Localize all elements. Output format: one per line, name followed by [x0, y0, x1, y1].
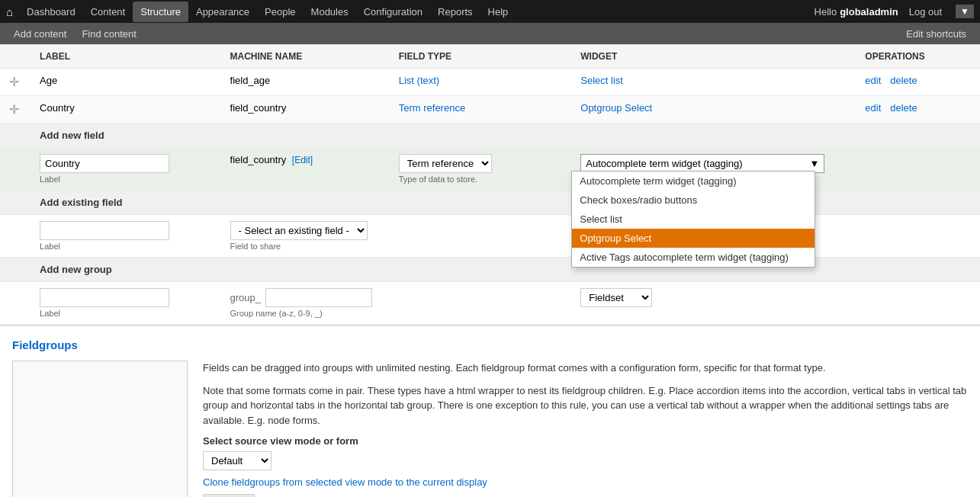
edit-shortcuts-link[interactable]: Edit shortcuts	[898, 25, 974, 43]
machine-name-edit-link[interactable]: [Edit]	[292, 155, 313, 165]
col-header-widget: WIDGET	[571, 45, 856, 69]
group-widget-select[interactable]: Fieldset	[580, 288, 652, 307]
machine-name-country: field_country	[221, 96, 390, 123]
new-field-widget-cell: Autocomplete term widget (tagging) ▼ Aut…	[571, 148, 856, 191]
new-group-label-hint: Label	[40, 309, 211, 318]
nav-structure[interactable]: Structure	[133, 2, 188, 22]
dd-item-optgroup[interactable]: Optgroup Select	[572, 229, 815, 248]
drag-handle-age[interactable]: ✛	[9, 75, 19, 88]
label-age: Age	[31, 69, 220, 96]
add-new-group-header: Add new group	[0, 258, 980, 282]
fieldgroups-container: Fields can be dragged into groups with u…	[12, 361, 968, 497]
group-name-input[interactable]	[265, 288, 372, 307]
machine-name-age: field_age	[221, 69, 390, 96]
delete-age-link[interactable]: delete	[890, 75, 917, 86]
hello-text: Hello	[815, 6, 837, 18]
source-view-label: Select source view mode or form	[203, 435, 968, 447]
widget-link-country[interactable]: Optgroup Select	[580, 102, 652, 114]
fieldgroups-section: Fieldgroups Fields can be dragged into g…	[0, 325, 980, 497]
col-header-label: LABEL	[31, 45, 220, 69]
field-type-link-country[interactable]: Term reference	[399, 102, 465, 114]
dd-item-select-list[interactable]: Select list	[572, 210, 815, 229]
source-view-select[interactable]: Default	[203, 451, 272, 470]
fieldgroups-left-panel	[12, 361, 188, 497]
nav-reports[interactable]: Reports	[430, 2, 480, 22]
nav-help[interactable]: Help	[480, 2, 516, 22]
nav-modules[interactable]: Modules	[304, 2, 356, 22]
field-type-link-age[interactable]: List (text)	[399, 75, 439, 86]
add-new-field-inputs: Country Label field_country [Edit] Term …	[0, 148, 980, 191]
edit-country-link[interactable]: edit	[865, 102, 881, 114]
add-existing-field-inputs: Label - Select an existing field - Field…	[0, 215, 980, 258]
delete-country-link[interactable]: delete	[890, 102, 917, 114]
dd-item-checkboxes[interactable]: Check boxes/radio buttons	[572, 191, 815, 210]
clone-fieldgroups-link[interactable]: Clone fieldgroups from selected view mod…	[203, 476, 487, 488]
add-new-group-title: Add new group	[40, 264, 112, 275]
fieldgroups-right-panel: Fields can be dragged into groups with u…	[203, 361, 968, 497]
col-header-drag	[0, 45, 31, 69]
ops-country: edit delete	[865, 102, 971, 114]
nav-people[interactable]: People	[257, 2, 303, 22]
edit-age-link[interactable]: edit	[865, 75, 881, 86]
group-name-hint: Group name (a-z, 0-9, _)	[230, 309, 381, 318]
existing-field-label-input[interactable]	[40, 221, 169, 240]
widget-selected-value: Autocomplete term widget (tagging)	[586, 158, 742, 169]
fieldgroups-desc2: Note that some formats come in pair. The…	[203, 383, 968, 428]
add-new-field-title: Add new field	[40, 130, 104, 141]
widget-dropdown-arrow: ▼	[809, 158, 819, 169]
find-content-link[interactable]: Find content	[74, 25, 144, 43]
fieldgroups-desc1: Fields can be dragged into groups with u…	[203, 361, 968, 376]
logout-link[interactable]: Log out	[901, 2, 949, 22]
dd-item-autocomplete[interactable]: Autocomplete term widget (tagging)	[572, 172, 815, 191]
top-navigation: ⌂ Dashboard Content Structure Appearance…	[0, 0, 980, 23]
field-type-hint: Type of data to store.	[399, 175, 563, 184]
col-header-ops: OPERATIONS	[856, 45, 980, 69]
add-new-field-header: Add new field	[0, 123, 980, 148]
ops-age: edit delete	[865, 75, 971, 86]
nav-configuration[interactable]: Configuration	[356, 2, 430, 22]
table-row: ✛ Age field_age List (text) Select list …	[0, 69, 980, 96]
widget-link-age[interactable]: Select list	[580, 75, 623, 86]
username: globaladmin	[840, 6, 898, 18]
col-header-machine: MACHINE NAME	[221, 45, 390, 69]
new-field-label-hint: Label	[40, 175, 211, 184]
add-new-group-inputs: Label group_ Group name (a-z, 0-9, _) Fi…	[0, 282, 980, 325]
add-existing-field-header: Add existing field	[0, 191, 980, 215]
new-field-type-select[interactable]: Term reference	[399, 154, 492, 173]
add-existing-field-title: Add existing field	[40, 197, 122, 208]
home-icon[interactable]: ⌂	[6, 5, 13, 18]
group-prefix: group_	[230, 292, 261, 303]
add-content-link[interactable]: Add content	[6, 25, 74, 43]
nav-content[interactable]: Content	[83, 2, 133, 22]
user-area: Hello globaladmin Log out ▼	[815, 2, 974, 22]
clone-button[interactable]: Clone	[203, 494, 255, 497]
new-field-label-input[interactable]: Country	[40, 154, 169, 173]
main-content: LABEL MACHINE NAME FIELD TYPE WIDGET OPE…	[0, 44, 980, 325]
col-header-fieldtype: FIELD TYPE	[390, 45, 572, 69]
widget-dropdown-open: Autocomplete term widget (tagging) Check…	[571, 171, 815, 268]
table-row: ✛ Country field_country Term reference O…	[0, 96, 980, 123]
existing-field-label-hint: Label	[40, 242, 211, 251]
new-group-label-input[interactable]	[40, 288, 169, 307]
nav-dashboard[interactable]: Dashboard	[19, 2, 83, 22]
label-country: Country	[31, 96, 220, 123]
existing-field-select[interactable]: - Select an existing field -	[230, 221, 368, 240]
new-field-machine-name: field_country	[230, 154, 287, 165]
fieldgroups-title: Fieldgroups	[12, 338, 968, 351]
nav-appearance[interactable]: Appearance	[188, 2, 257, 22]
nav-arrow-button[interactable]: ▼	[956, 5, 974, 18]
drag-handle-country[interactable]: ✛	[9, 103, 19, 116]
secondary-navigation: Add content Find content Edit shortcuts	[0, 23, 980, 44]
dd-item-active-tags[interactable]: Active Tags autocomplete term widget (ta…	[572, 248, 815, 267]
field-to-share-hint: Field to share	[230, 242, 381, 251]
fields-table: LABEL MACHINE NAME FIELD TYPE WIDGET OPE…	[0, 44, 980, 325]
